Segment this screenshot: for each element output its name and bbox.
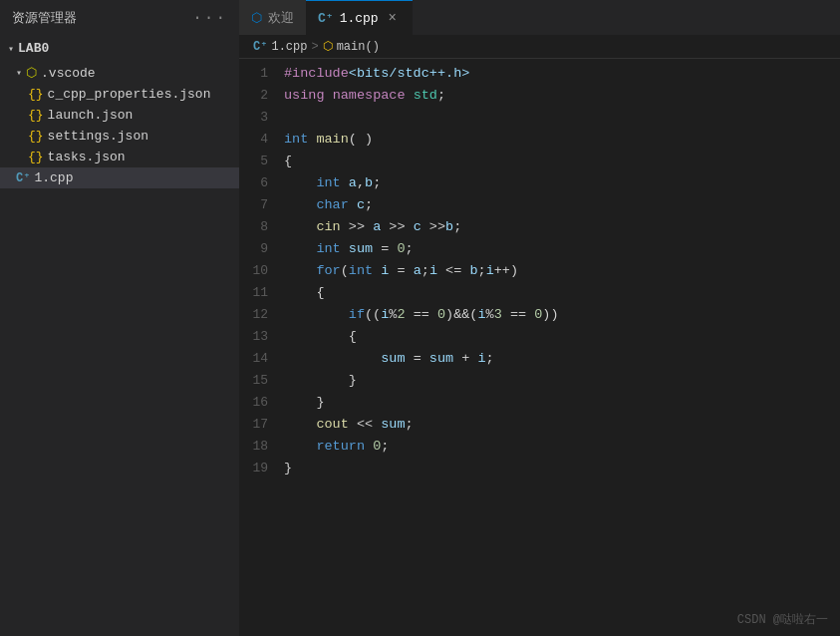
code-token: namespace [333, 88, 406, 103]
code-token: int [349, 263, 373, 278]
code-token: << [349, 417, 381, 432]
tab-cpp-label: 1.cpp [340, 11, 379, 26]
code-token: >> [381, 219, 413, 234]
code-token: i [477, 351, 485, 366]
watermark: CSDN @哒啦右一 [737, 611, 828, 628]
line-number: 18 [239, 436, 284, 458]
sidebar-cpp-label: 1.cpp [34, 170, 73, 185]
code-token [341, 175, 349, 190]
json-icon: {} [28, 87, 44, 102]
code-token: ; [381, 439, 389, 454]
code-token [284, 197, 316, 212]
sidebar-settings-label: settings.json [48, 129, 148, 144]
code-line: 15 } [239, 370, 840, 392]
code-token [365, 439, 373, 454]
line-code: { [284, 151, 292, 172]
code-token: return [316, 439, 365, 454]
code-line: 3 [239, 107, 840, 129]
code-token: ; [478, 263, 486, 278]
line-code: { [284, 326, 357, 348]
line-code: int sum = 0; [284, 238, 414, 260]
code-token: a [349, 175, 357, 190]
folder-icon: ⬡ [26, 65, 37, 81]
chevron-down-icon: ▾ [8, 43, 14, 55]
json-icon: {} [28, 150, 44, 164]
sidebar-root[interactable]: ▾ LAB0 [0, 35, 239, 62]
title-bar: 资源管理器 ··· ⬡ 欢迎 C⁺ 1.cpp × [0, 0, 840, 35]
breadcrumb-file-icon: C⁺ [253, 39, 267, 54]
code-token: 0 [437, 307, 445, 322]
tab-close-button[interactable]: × [385, 10, 401, 26]
code-token: >> [341, 219, 373, 234]
json-icon: {} [28, 129, 44, 144]
sidebar-root-label: LAB0 [18, 41, 49, 56]
code-token: i [429, 263, 437, 278]
code-line: 19} [239, 458, 840, 479]
code-token: 0 [397, 241, 405, 256]
explorer-label: 资源管理器 [12, 9, 77, 27]
code-token [284, 219, 316, 234]
code-token: ; [421, 263, 429, 278]
line-code: cout << sum; [284, 414, 414, 436]
code-token: std [414, 88, 437, 103]
code-token: int [316, 241, 340, 256]
code-token: if [349, 307, 365, 322]
sidebar-ccpp-label: c_cpp_properties.json [48, 87, 211, 102]
code-token [284, 241, 316, 256]
sidebar-item-settings[interactable]: {} settings.json [0, 126, 239, 147]
breadcrumb: C⁺ 1.cpp > ⬡ main() [239, 35, 840, 59]
breadcrumb-scope-icon: ⬡ [323, 39, 333, 54]
code-token: )) [542, 307, 558, 322]
line-number: 2 [239, 85, 284, 107]
sidebar-item-main-cpp[interactable]: C⁺ 1.cpp [0, 167, 239, 188]
code-token: { [284, 154, 292, 168]
code-token: b [469, 263, 477, 278]
code-token [349, 197, 357, 212]
line-code: } [284, 458, 292, 479]
sidebar-item-c-cpp[interactable]: {} c_cpp_properties.json [0, 84, 239, 105]
code-line: 18 return 0; [239, 436, 840, 458]
code-line: 2using namespace std; [239, 85, 840, 107]
code-line: 9 int sum = 0; [239, 238, 840, 260]
code-token: sum [349, 241, 373, 256]
line-code: int main( ) [284, 129, 373, 151]
code-token: cin [316, 219, 340, 234]
vscode-icon: ⬡ [251, 10, 262, 26]
line-code: sum = sum + i; [284, 348, 494, 370]
code-token: int [284, 132, 308, 147]
line-code: for(int i = a;i <= b;i++) [284, 260, 518, 282]
sidebar-item-vscode[interactable]: ▾ ⬡ .vscode [0, 62, 239, 84]
code-token: cout [316, 417, 348, 432]
code-token: = [373, 241, 397, 256]
code-token: sum [429, 351, 453, 366]
tab-welcome-label: 欢迎 [268, 9, 294, 27]
code-token: = [389, 263, 413, 278]
line-code: } [284, 370, 357, 392]
code-token: == [502, 307, 534, 322]
code-token: c [357, 197, 365, 212]
code-line: 11 { [239, 282, 840, 304]
code-token [284, 417, 316, 432]
code-token: i [477, 307, 485, 322]
sidebar-item-tasks[interactable]: {} tasks.json [0, 147, 239, 167]
sidebar-launch-label: launch.json [48, 108, 134, 123]
more-actions[interactable]: ··· [192, 9, 227, 27]
breadcrumb-sep: > [311, 40, 318, 54]
code-line: 12 if((i%2 == 0)&&(i%3 == 0)) [239, 304, 840, 326]
code-token: sum [381, 417, 405, 432]
code-line: 6 int a,b; [239, 172, 840, 194]
line-number: 13 [239, 326, 284, 348]
editor-area[interactable]: 1#include<bits/stdc++.h>2using namespace… [239, 59, 840, 636]
code-line: 5{ [239, 151, 840, 172]
line-number: 1 [239, 63, 284, 85]
line-number: 3 [239, 107, 284, 129]
sidebar-item-launch[interactable]: {} launch.json [0, 105, 239, 126]
code-token: ; [486, 351, 494, 366]
explorer-header: 资源管理器 ··· [0, 9, 239, 27]
code-token: } [284, 461, 292, 476]
tab-welcome[interactable]: ⬡ 欢迎 [239, 0, 306, 35]
code-token: ; [373, 175, 381, 190]
code-token: (( [365, 307, 381, 322]
tab-cpp[interactable]: C⁺ 1.cpp × [306, 0, 413, 35]
code-token: using [284, 88, 325, 103]
